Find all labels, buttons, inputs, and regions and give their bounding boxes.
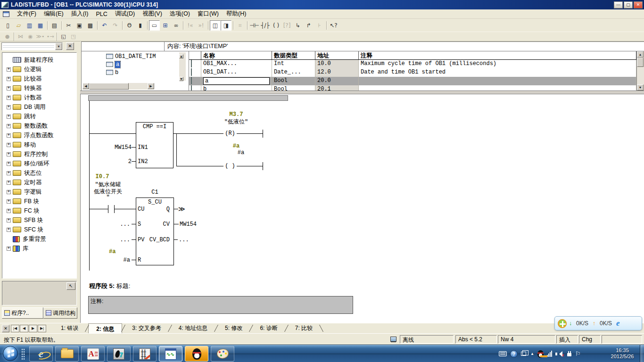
expand-icon[interactable] xyxy=(7,181,11,185)
tree-item-fc-blocks[interactable]: FC 块 xyxy=(7,206,76,215)
menu-options[interactable]: 选项(O) xyxy=(166,9,194,19)
show-desktop-button[interactable] xyxy=(640,345,644,362)
reset-coil[interactable]: (R) xyxy=(223,130,237,137)
counter-name[interactable]: C1 xyxy=(136,189,174,196)
tree-item-status-bits[interactable]: 状态位 xyxy=(7,168,76,178)
tree-item-jump[interactable]: 跳转 xyxy=(7,112,76,121)
expand-icon[interactable] xyxy=(7,105,11,109)
network-signal-icon[interactable] xyxy=(547,351,552,357)
counter-cv-operand[interactable]: MW154 xyxy=(180,221,197,228)
menu-window[interactable]: 窗口(W) xyxy=(194,9,223,19)
taskbar-qq[interactable] xyxy=(185,346,208,362)
download-blocks-icon[interactable]: ▮ xyxy=(135,20,146,31)
first-tab-icon[interactable]: |◀ xyxy=(11,325,19,332)
interface-scrollbar[interactable]: ▲ ▼ xyxy=(179,52,186,81)
qq-tray-icon[interactable] xyxy=(537,350,544,358)
network5-title[interactable]: 程序段 5: 标题: xyxy=(89,282,130,290)
symbol-info-icon[interactable]: ⊞ xyxy=(160,20,171,31)
interface-item-selected[interactable]: a xyxy=(82,60,189,68)
context-help-icon[interactable]: ↖? xyxy=(328,20,339,31)
expand-icon[interactable] xyxy=(7,199,11,204)
open-folder-icon[interactable]: ▱ xyxy=(13,20,24,31)
contact-address[interactable]: I0.7 xyxy=(88,173,116,180)
volume-muted-icon[interactable]: ✕ xyxy=(555,351,563,357)
pane-splitter[interactable] xyxy=(80,90,644,94)
interface-item[interactable]: OB1_DATE_TIM xyxy=(82,52,189,60)
tree-item-counter[interactable]: 计数器 xyxy=(7,93,76,102)
expand-icon[interactable] xyxy=(7,124,11,128)
tree-item-word-logic[interactable]: 字逻辑 xyxy=(7,187,76,197)
tree-item-new-network[interactable]: 新建程序段 xyxy=(7,55,76,65)
a-coil-address[interactable]: #a xyxy=(213,143,260,149)
taskbar-paint[interactable] xyxy=(211,346,234,362)
taskbar-internet-explorer[interactable]: e xyxy=(29,346,53,362)
dock-toggle-icon[interactable]: ↖ xyxy=(66,282,75,290)
catalog-combobox[interactable]: ▾ xyxy=(1,42,63,50)
expand-icon[interactable] xyxy=(7,133,11,138)
breakpoint-icon[interactable]: ● xyxy=(2,33,12,41)
save-as-icon[interactable]: ▥ xyxy=(24,20,35,31)
undo-icon[interactable]: ↶ xyxy=(99,20,110,31)
no-contact[interactable] xyxy=(108,205,108,213)
cmp-in2-operand[interactable]: 2 xyxy=(99,158,132,165)
tree-item-sfc-blocks[interactable]: SFC 块 xyxy=(7,225,76,234)
tree-item-float-fn[interactable]: 浮点数函数 xyxy=(7,131,76,140)
tree-item-program-control[interactable]: 程序控制 xyxy=(7,149,76,159)
start-button[interactable] xyxy=(3,346,18,361)
language-keyboard-icon[interactable] xyxy=(499,351,507,356)
output-coil[interactable]: ( ) xyxy=(223,163,237,169)
help-tray-icon[interactable]: ? xyxy=(510,350,518,358)
go-online-icon[interactable]: Θ xyxy=(124,20,135,31)
net-speed-widget[interactable]: ↓ 0K/S ↑ 0K/S e xyxy=(554,316,642,330)
scroll-down-icon[interactable]: ▼ xyxy=(179,77,183,81)
taskbar-clock[interactable]: 16:35 2012/5/26 xyxy=(607,347,637,360)
program-elements-icon[interactable]: ▭ xyxy=(149,20,160,31)
name-edit-cell[interactable]: a xyxy=(203,77,270,85)
expand-icon[interactable] xyxy=(7,228,11,232)
tab-cross-reference[interactable]: 3: 交叉参考 xyxy=(124,323,168,334)
coil-icon[interactable]: ( ) xyxy=(271,20,281,31)
tree-item-multi-instance[interactable]: 多重背景 xyxy=(7,234,76,244)
tree-item-sfb-blocks[interactable]: SFB 块 xyxy=(7,215,76,225)
expand-icon[interactable] xyxy=(7,171,11,175)
print-icon[interactable]: ▤ xyxy=(49,20,60,31)
scrollbar-thumb[interactable] xyxy=(89,83,129,90)
table-row[interactable]: OB1_MAX...Int 10.0Maximum cycle time of … xyxy=(189,60,636,68)
run-to-icon[interactable]: ≫• xyxy=(35,33,45,41)
r-coil-address[interactable]: M3.7 xyxy=(213,111,260,118)
scroll-left-icon[interactable]: ◀ xyxy=(83,83,89,89)
tree-item-comparator[interactable]: 比较器 xyxy=(7,74,76,83)
glasses-monitor-icon[interactable]: ∞ xyxy=(171,20,182,31)
power-plug-icon[interactable] xyxy=(567,351,572,357)
menu-edit[interactable]: 编辑(E) xyxy=(40,9,67,19)
monitor-variable-icon[interactable]: ◉ xyxy=(25,33,35,41)
taskbar-wincc[interactable] xyxy=(159,346,182,362)
nc-contact-icon[interactable]: ┤/├ xyxy=(260,20,271,31)
tree-item-move[interactable]: 移动 xyxy=(7,140,76,149)
expand-icon[interactable] xyxy=(7,162,11,166)
new-network-icon[interactable]: ⌗ xyxy=(235,20,246,31)
paste-icon[interactable]: ▩ xyxy=(85,20,96,31)
combobox-dropdown-icon[interactable]: ▾ xyxy=(55,43,62,50)
expand-icon[interactable] xyxy=(7,67,11,72)
previous-error-icon[interactable]: !« xyxy=(185,20,196,31)
menu-file[interactable]: 文件(F) xyxy=(13,9,40,19)
table-scrollbar[interactable]: ▲ ▼ xyxy=(636,51,644,90)
tree-item-integer-fn[interactable]: 整数函数 xyxy=(7,121,76,131)
expand-icon[interactable] xyxy=(7,247,11,251)
action-center-flag-icon[interactable]: ⚐ xyxy=(575,351,581,357)
overview-window-icon[interactable]: ◫ xyxy=(210,20,221,31)
cut-icon[interactable]: ✂ xyxy=(63,20,74,31)
menu-help[interactable]: 帮助(H) xyxy=(223,9,250,19)
tab-comparison[interactable]: 7: 比较 xyxy=(288,323,320,334)
taskbar-simatic-manager[interactable]: 7 xyxy=(107,346,131,362)
table-row[interactable]: bBool 20.1 xyxy=(189,85,636,90)
tab-diagnostics[interactable]: 6: 诊断 xyxy=(252,323,285,334)
redo-icon[interactable]: ↷ xyxy=(110,20,121,31)
scrollbar-thumb[interactable] xyxy=(637,58,644,67)
detail-window-icon[interactable]: ◨ xyxy=(221,20,231,31)
counter-cvbcd-operand[interactable]: ... xyxy=(179,237,189,243)
prev-tab-icon[interactable]: ◀ xyxy=(20,325,28,332)
tree-item-bit-logic[interactable]: 位逻辑 xyxy=(7,65,76,74)
last-tab-icon[interactable]: ▶| xyxy=(38,325,46,332)
